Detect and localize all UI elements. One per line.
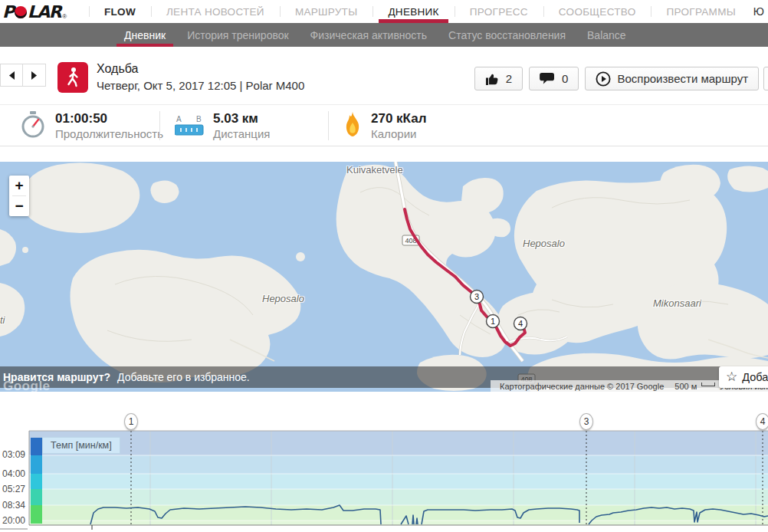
like-route-action: Добавьте его в избранное. [117, 371, 250, 383]
map-label-mikonsaari: Mikonsaari [653, 297, 701, 309]
stat-divider [328, 111, 329, 140]
svg-text:3: 3 [474, 292, 479, 301]
calories-label: Калории [371, 126, 426, 141]
nav-item-diary[interactable]: ДНЕВНИК [373, 0, 454, 23]
sport-title: Ходьба [97, 62, 138, 76]
comment-button[interactable]: 0 [529, 67, 579, 90]
subnav-item-diary[interactable]: Дневник [113, 23, 176, 47]
comment-count: 0 [562, 72, 568, 85]
distance-value: 5.03 км [213, 110, 270, 126]
logo-red-dot-icon [15, 6, 27, 18]
nav-item-feed[interactable]: ЛЕНТА НОВОСТЕЙ [151, 0, 280, 23]
pace-chart-canvas [0, 399, 768, 532]
like-count: 2 [506, 72, 512, 85]
stat-calories: 270 кКал Калории [343, 110, 426, 141]
stat-distance: A B 5.03 км Дистанция [175, 110, 270, 141]
replay-route-label: Воспроизвести маршрут [617, 72, 748, 85]
map-scale-label: 500 м [674, 382, 697, 391]
top-nav-items: FLOW ЛЕНТА НОВОСТЕЙ МАРШРУТЫ ДНЕВНИК ПРО… [89, 0, 751, 23]
lap-badge-3: 3 [579, 413, 593, 430]
map-scale-bar [701, 383, 715, 386]
y-tick: 08:34 [0, 500, 25, 511]
pace-zone-bands [29, 431, 768, 525]
y-tick: 20:00 [0, 515, 25, 526]
polar-logo[interactable]: P LAR ® [0, 2, 89, 21]
svg-text:A: A [176, 115, 182, 123]
thumbs-up-icon [485, 72, 500, 86]
nav-item-routes[interactable]: МАРШРУТЫ [280, 0, 373, 23]
map-label-edge-partial: ti [0, 314, 5, 326]
route-marker-3[interactable]: 3 [471, 291, 484, 304]
nav-item-flow[interactable]: FLOW [89, 0, 151, 23]
duration-value: 01:00:50 [55, 110, 163, 126]
user-menu[interactable]: Ю [753, 5, 764, 18]
lap-badge-1: 1 [124, 413, 138, 430]
svg-text:1: 1 [491, 317, 495, 326]
google-logo[interactable]: Google [3, 379, 51, 392]
logo-p: P [2, 2, 14, 21]
nav-item-progress[interactable]: ПРОГРЕСС [455, 0, 543, 23]
pace-chart: 1 3 4 03:09 04:00 05:27 08:34 20:00 Темп… [0, 399, 768, 532]
map-zoom-control: + − [9, 176, 29, 216]
workout-datetime-device: Четверг, Окт 5, 2017 12:05 | Polar M400 [97, 79, 304, 92]
stats-bar: 01:00:50 Продолжительность A B 5.03 км Д… [0, 104, 768, 146]
pace-legend: Темп [мин/км] [42, 437, 120, 454]
subnav-item-activity[interactable]: Физическая активность [300, 23, 438, 47]
logo-lar: LAR [28, 2, 61, 21]
subnav-item-recovery-status[interactable]: Статус восстановления [438, 23, 576, 47]
replay-route-button[interactable]: Воспроизвести маршрут [585, 67, 759, 90]
pace-zone-colorbar [31, 438, 42, 524]
star-icon: ☆ [726, 370, 737, 383]
play-icon [596, 71, 611, 87]
sub-nav: Дневник История тренировок Физическая ак… [0, 23, 768, 47]
workout-pager [0, 64, 46, 87]
map-label-heposalo-east: Heposalo [523, 238, 565, 249]
svg-text:B: B [196, 115, 202, 123]
map-label-heposalo-west: Heposalo [262, 293, 304, 304]
like-button[interactable]: 2 [474, 67, 523, 90]
svg-text:4: 4 [518, 319, 523, 328]
prev-workout-button[interactable] [0, 64, 23, 87]
walking-person-icon [61, 66, 84, 89]
duration-label: Продолжительность [55, 126, 163, 141]
subnav-item-training-history[interactable]: История тренировок [176, 23, 299, 47]
route-marker-1[interactable]: 1 [487, 315, 500, 328]
add-to-favorites-button[interactable]: ☆ Добав [719, 366, 768, 388]
lap-badge-4: 4 [756, 413, 768, 430]
prev-arrow-icon [7, 71, 17, 80]
nav-item-programs[interactable]: ПРОГРАММЫ [651, 0, 750, 23]
header-actions: 2 0 Воспроизвести маршрут [474, 67, 759, 90]
flame-icon [343, 112, 362, 138]
calories-value: 270 кКал [371, 110, 426, 126]
next-arrow-icon [29, 71, 39, 80]
map-label-kuivaketvele: Kuivaketvele [346, 164, 403, 176]
y-tick: 04:00 [0, 468, 25, 479]
subnav-item-balance[interactable]: Balance [576, 23, 637, 47]
clipped-button-edge[interactable] [763, 67, 768, 90]
next-workout-button[interactable] [23, 64, 46, 87]
route-map[interactable]: 408 408 3 1 4 + − Kuivaketvele Heposalo … [0, 162, 768, 392]
y-tick: 03:09 [0, 449, 25, 460]
workout-header: Ходьба Четверг, Окт 5, 2017 12:05 | Pola… [0, 47, 768, 104]
map-islands [0, 163, 768, 392]
zoom-out-button[interactable]: − [9, 196, 29, 216]
stat-duration: 01:00:50 Продолжительность [20, 110, 163, 141]
stat-divider [159, 111, 160, 140]
top-nav: P LAR ® FLOW ЛЕНТА НОВОСТЕЙ МАРШРУТЫ ДНЕ… [0, 0, 768, 23]
map-canvas: 408 408 3 1 4 [0, 162, 768, 392]
logo-registered-mark: ® [62, 13, 67, 21]
y-tick: 05:27 [0, 484, 25, 494]
favorite-label: Добав [742, 371, 768, 383]
map-attribution: Картографические данные © 2017 Google [500, 382, 664, 391]
route-marker-4[interactable]: 4 [514, 317, 527, 330]
stopwatch-icon [20, 110, 46, 140]
nav-item-community[interactable]: СООБЩЕСТВО [543, 0, 651, 23]
zoom-in-button[interactable]: + [9, 176, 29, 195]
distance-label: Дистанция [213, 126, 270, 141]
comment-bubble-icon [540, 72, 556, 85]
distance-ruler-icon: A B [175, 114, 204, 137]
walking-sport-icon [57, 62, 88, 93]
